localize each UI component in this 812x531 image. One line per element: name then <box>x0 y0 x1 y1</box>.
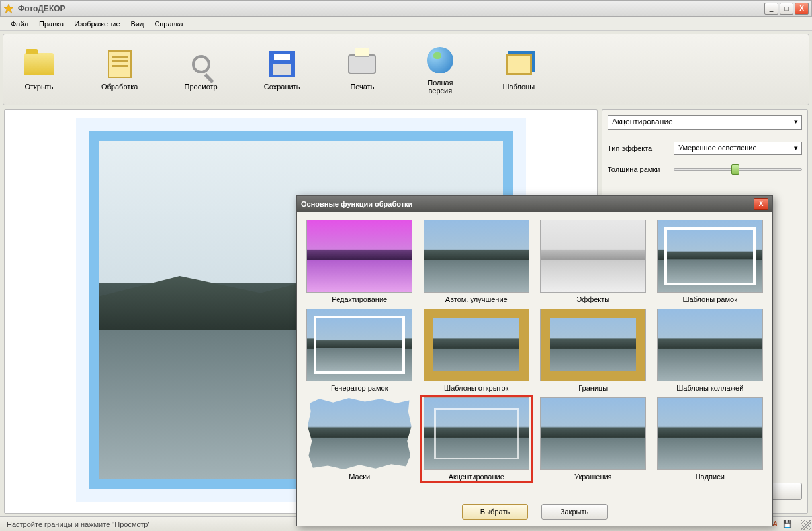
thumb-image <box>306 397 412 470</box>
magnifier-icon <box>185 48 217 80</box>
save-icon <box>266 48 298 80</box>
thumb-caption: Шаблоны коллажей <box>676 384 743 392</box>
app-icon <box>3 3 14 14</box>
dialog-close-button[interactable]: X <box>754 198 768 210</box>
toolbar-open[interactable]: Открыть <box>23 48 55 91</box>
effect-type-select[interactable]: Умеренное осветление <box>674 142 802 155</box>
toolbar: Открыть Обработка Просмотр Сохранить Печ… <box>3 34 809 105</box>
document-icon <box>104 48 136 80</box>
menu-view[interactable]: Вид <box>126 18 150 30</box>
thumb-image <box>657 309 763 381</box>
function-thumb-8[interactable]: Маски <box>305 397 414 481</box>
dialog-select-button[interactable]: Выбрать <box>462 504 528 520</box>
thumb-image <box>306 220 412 293</box>
thumb-image <box>424 220 529 293</box>
dialog-buttons: Выбрать Закрыть <box>297 497 772 526</box>
function-thumb-9[interactable]: Акцентирование <box>422 397 531 481</box>
thumb-image <box>540 220 646 293</box>
function-thumb-7[interactable]: Шаблоны коллажей <box>656 309 765 392</box>
thumb-image <box>540 397 646 470</box>
thumb-image <box>657 397 763 470</box>
menu-image[interactable]: Изображение <box>69 18 125 30</box>
effect-type-label: Тип эффекта <box>608 144 667 152</box>
slider-thumb[interactable] <box>731 164 739 175</box>
thumb-image <box>424 397 529 470</box>
window-buttons: _ □ X <box>764 3 809 15</box>
main-effect-select-wrap[interactable]: Акцентирование <box>608 115 802 130</box>
window-title: ФотоДЕКОР <box>18 4 764 13</box>
main-effect-select[interactable]: Акцентирование <box>608 115 802 130</box>
dialog-close-btn[interactable]: Закрыть <box>541 504 608 520</box>
toolbar-full-version[interactable]: Полная версия <box>424 44 456 95</box>
maximize-button[interactable]: □ <box>780 3 793 15</box>
thumb-caption: Эффекты <box>576 295 609 303</box>
border-width-label: Толщина рамки <box>608 166 667 173</box>
thumb-caption: Акцентирование <box>449 473 504 481</box>
folder-open-icon <box>23 48 55 80</box>
thumb-caption: Автом. улучшение <box>445 295 508 303</box>
thumb-caption: Редактирование <box>332 295 387 303</box>
thumb-caption: Шаблоны открыток <box>444 384 508 392</box>
function-thumb-5[interactable]: Шаблоны открыток <box>422 309 531 392</box>
function-thumb-0[interactable]: Редактирование <box>305 220 414 303</box>
minimize-button[interactable]: _ <box>764 3 778 15</box>
thumb-caption: Границы <box>578 384 608 392</box>
globe-key-icon <box>424 44 456 76</box>
svg-marker-0 <box>4 4 13 13</box>
function-thumb-10[interactable]: Украшения <box>539 397 648 481</box>
thumb-caption: Маски <box>349 473 370 481</box>
status-save-icon[interactable]: 💾 <box>783 520 792 528</box>
thumb-caption: Шаблоны рамок <box>683 295 737 303</box>
toolbar-preview[interactable]: Просмотр <box>184 48 217 91</box>
menu-help[interactable]: Справка <box>149 18 188 30</box>
effect-type-select-wrap[interactable]: Умеренное осветление <box>674 142 802 155</box>
dialog-titlebar[interactable]: Основные функции обработки X <box>297 196 772 212</box>
menu-edit[interactable]: Правка <box>34 18 69 30</box>
thumb-caption: Генератор рамок <box>331 384 388 392</box>
resize-grip[interactable] <box>801 520 811 530</box>
menubar: Файл Правка Изображение Вид Справка <box>0 17 812 31</box>
functions-dialog: Основные функции обработки X Редактирова… <box>296 195 773 526</box>
dialog-grid: РедактированиеАвтом. улучшениеЭффектыШаб… <box>297 212 772 497</box>
close-button[interactable]: X <box>795 3 809 15</box>
menu-file[interactable]: Файл <box>5 18 34 30</box>
status-font-icon[interactable]: A <box>772 520 778 528</box>
dialog-title: Основные функции обработки <box>301 200 754 208</box>
window-titlebar: ФотоДЕКОР _ □ X <box>0 0 812 17</box>
toolbar-print[interactable]: Печать <box>346 48 378 91</box>
function-thumb-11[interactable]: Надписи <box>656 397 765 481</box>
toolbar-save[interactable]: Сохранить <box>264 48 300 91</box>
function-thumb-4[interactable]: Генератор рамок <box>305 309 414 392</box>
thumb-image <box>306 309 412 381</box>
function-thumb-6[interactable]: Границы <box>539 309 648 392</box>
templates-icon <box>503 48 535 80</box>
thumb-caption: Украшения <box>574 473 612 481</box>
toolbar-templates[interactable]: Шаблоны <box>502 48 535 91</box>
thumb-image <box>657 220 763 293</box>
status-hint: Настройте границы и нажмите "Просмотр" <box>7 520 150 528</box>
toolbar-process[interactable]: Обработка <box>101 48 138 91</box>
thumb-image <box>540 309 646 381</box>
thumb-caption: Надписи <box>696 473 725 481</box>
function-thumb-2[interactable]: Эффекты <box>539 220 648 303</box>
function-thumb-1[interactable]: Автом. улучшение <box>422 220 531 303</box>
printer-icon <box>346 48 378 80</box>
function-thumb-3[interactable]: Шаблоны рамок <box>656 220 765 303</box>
border-width-slider[interactable] <box>674 168 802 171</box>
thumb-image <box>424 309 529 381</box>
